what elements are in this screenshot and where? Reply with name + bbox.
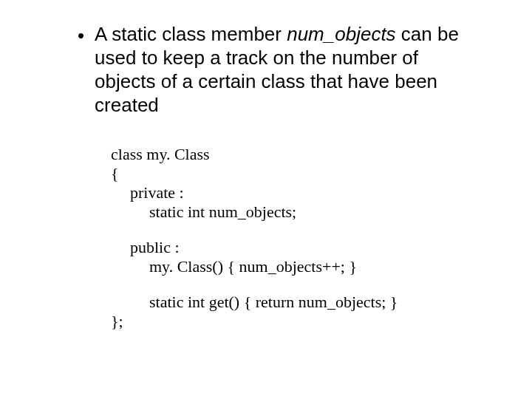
bullet-text-var: num_objects [287,23,395,45]
code-line: }; [111,312,495,331]
code-line: my. Class() { num_objects++; } [111,257,495,276]
code-block: class my. Class { private : static int n… [111,145,495,331]
code-line: { [111,164,495,183]
bullet-marker: • [78,24,84,47]
code-line: public : [111,238,495,257]
code-line: static int get() { return num_objects; } [111,293,495,312]
bullet-text: A static class member num_objects can be… [95,22,480,117]
bullet-item: • A static class member num_objects can … [78,22,480,117]
code-line: private : [111,183,495,202]
code-line: static int num_objects; [111,202,495,222]
code-line: class my. Class [111,145,495,164]
bullet-text-pre: A static class member [95,23,287,45]
